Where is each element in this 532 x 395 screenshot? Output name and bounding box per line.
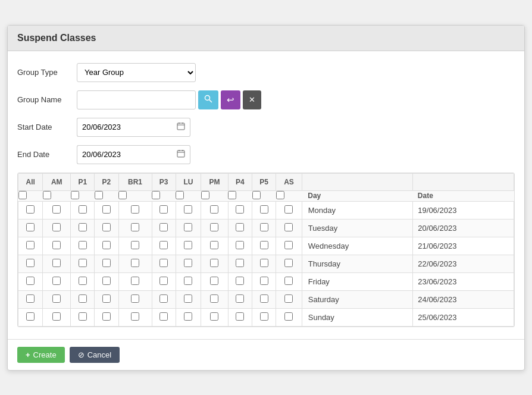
- checkbox-row1-p5[interactable]: [260, 223, 268, 231]
- checkbox-row0-br1[interactable]: [131, 205, 139, 214]
- checkbox-row5-p1[interactable]: [79, 294, 87, 303]
- checkbox-row2-p2[interactable]: [102, 241, 111, 249]
- checkbox-header-p3[interactable]: [152, 191, 160, 199]
- checkbox-row4-p4[interactable]: [236, 277, 244, 285]
- checkbox-row3-p1[interactable]: [79, 259, 87, 267]
- checkbox-row3-all[interactable]: [26, 259, 35, 267]
- checkbox-header-p4[interactable]: [228, 191, 236, 199]
- group-type-select[interactable]: Year Group Form Group Teaching Group Hou…: [77, 63, 196, 82]
- checkbox-row5-all[interactable]: [26, 294, 35, 303]
- checkbox-row2-p1[interactable]: [79, 241, 87, 249]
- checkbox-row5-pm[interactable]: [210, 294, 218, 303]
- checkbox-row4-am[interactable]: [52, 277, 61, 285]
- date-cell: 22/06/2023: [413, 255, 514, 272]
- checkbox-header-am[interactable]: [43, 191, 51, 199]
- checkbox-header-lu[interactable]: [176, 191, 184, 199]
- checkbox-row6-pm[interactable]: [210, 312, 218, 321]
- checkbox-row4-all[interactable]: [26, 277, 35, 285]
- checkbox-row5-p2[interactable]: [102, 294, 111, 303]
- checkbox-row0-as[interactable]: [284, 205, 293, 214]
- checkbox-row5-am[interactable]: [52, 294, 61, 303]
- checkbox-row3-p4[interactable]: [236, 259, 244, 267]
- checkbox-row2-pm[interactable]: [210, 241, 218, 249]
- checkbox-row3-lu[interactable]: [184, 259, 192, 267]
- checkbox-row2-p3[interactable]: [159, 241, 168, 249]
- checkbox-row0-pm[interactable]: [210, 205, 218, 214]
- checkbox-header-p1[interactable]: [71, 191, 79, 199]
- checkbox-row2-am[interactable]: [52, 241, 61, 249]
- checkbox-row2-as[interactable]: [284, 241, 293, 249]
- checkbox-row4-pm[interactable]: [210, 277, 218, 285]
- checkbox-row4-p3[interactable]: [159, 277, 168, 285]
- checkbox-row0-am[interactable]: [52, 205, 61, 214]
- checkbox-row1-all[interactable]: [26, 223, 35, 231]
- checkbox-row2-all[interactable]: [26, 241, 35, 249]
- checkbox-header-p5[interactable]: [252, 191, 261, 199]
- checkbox-row6-am[interactable]: [52, 312, 61, 321]
- checkbox-row4-p1[interactable]: [79, 277, 87, 285]
- cancel-button[interactable]: ⊘ Cancel: [70, 347, 120, 363]
- checkbox-row2-br1[interactable]: [131, 241, 139, 249]
- checkbox-row4-p5[interactable]: [260, 277, 268, 285]
- checkbox-row6-p5[interactable]: [260, 312, 268, 321]
- checkbox-row2-p4[interactable]: [236, 241, 244, 249]
- checkbox-row0-all[interactable]: [26, 205, 35, 214]
- checkbox-row0-p1[interactable]: [79, 205, 87, 214]
- checkbox-row3-br1[interactable]: [131, 259, 139, 267]
- group-name-input[interactable]: [77, 90, 196, 109]
- checkbox-row3-am[interactable]: [52, 259, 61, 267]
- checkbox-header-pm[interactable]: [201, 191, 209, 199]
- checkbox-row5-as[interactable]: [284, 294, 293, 303]
- start-date-input[interactable]: 20/06/2023: [77, 118, 172, 137]
- checkbox-row1-as[interactable]: [284, 223, 293, 231]
- checkbox-row5-br1[interactable]: [131, 294, 139, 303]
- end-date-calendar-button[interactable]: [172, 145, 190, 164]
- checkbox-row5-lu[interactable]: [184, 294, 192, 303]
- checkbox-row6-lu[interactable]: [184, 312, 192, 321]
- checkbox-row1-p2[interactable]: [102, 223, 111, 231]
- checkbox-row6-p3[interactable]: [159, 312, 168, 321]
- checkbox-row4-lu[interactable]: [184, 277, 192, 285]
- clear-button[interactable]: ✕: [243, 90, 261, 109]
- checkbox-row1-p3[interactable]: [159, 223, 168, 231]
- checkbox-row0-p4[interactable]: [236, 205, 244, 214]
- checkbox-row3-p3[interactable]: [159, 259, 168, 267]
- reset-button[interactable]: ↩: [221, 90, 240, 109]
- checkbox-row4-p2[interactable]: [102, 277, 111, 285]
- checkbox-row4-as[interactable]: [284, 277, 293, 285]
- checkbox-header-as[interactable]: [276, 191, 284, 199]
- checkbox-row2-lu[interactable]: [184, 241, 192, 249]
- checkbox-row4-br1[interactable]: [131, 277, 139, 285]
- checkbox-row1-p4[interactable]: [236, 223, 244, 231]
- checkbox-row6-p2[interactable]: [102, 312, 111, 321]
- checkbox-row3-p5[interactable]: [260, 259, 268, 267]
- checkbox-row6-all[interactable]: [26, 312, 35, 321]
- checkbox-row0-p3[interactable]: [159, 205, 168, 214]
- checkbox-row1-p1[interactable]: [79, 223, 87, 231]
- start-date-calendar-button[interactable]: [172, 118, 190, 137]
- checkbox-row0-p2[interactable]: [102, 205, 111, 214]
- checkbox-row3-pm[interactable]: [210, 259, 218, 267]
- search-button[interactable]: [198, 90, 218, 109]
- checkbox-header-p2[interactable]: [95, 191, 103, 199]
- end-date-input[interactable]: 20/06/2023: [77, 145, 172, 164]
- checkbox-row5-p5[interactable]: [260, 294, 268, 303]
- checkbox-row3-as[interactable]: [284, 259, 293, 267]
- checkbox-header-all[interactable]: [18, 191, 27, 199]
- checkbox-row6-p4[interactable]: [236, 312, 244, 321]
- create-button[interactable]: + Create: [17, 347, 65, 363]
- checkbox-row1-lu[interactable]: [184, 223, 192, 231]
- checkbox-row0-p5[interactable]: [260, 205, 268, 214]
- checkbox-row6-br1[interactable]: [131, 312, 139, 321]
- checkbox-row1-pm[interactable]: [210, 223, 218, 231]
- checkbox-row5-p4[interactable]: [236, 294, 244, 303]
- checkbox-row1-br1[interactable]: [131, 223, 139, 231]
- checkbox-row3-p2[interactable]: [102, 259, 111, 267]
- checkbox-row6-as[interactable]: [284, 312, 293, 321]
- checkbox-row1-am[interactable]: [52, 223, 61, 231]
- checkbox-row2-p5[interactable]: [260, 241, 268, 249]
- checkbox-header-br1[interactable]: [118, 191, 127, 199]
- checkbox-row6-p1[interactable]: [79, 312, 87, 321]
- checkbox-row5-p3[interactable]: [159, 294, 168, 303]
- checkbox-row0-lu[interactable]: [184, 205, 192, 214]
